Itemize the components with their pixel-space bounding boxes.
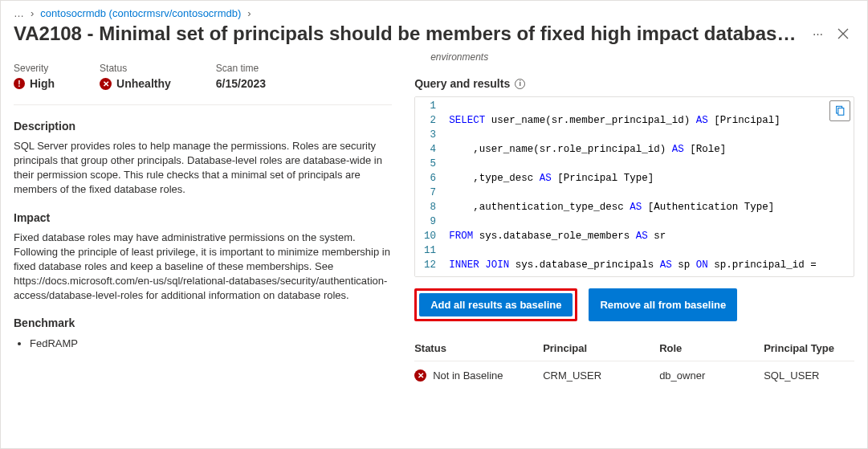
remove-all-baseline-button[interactable]: Remove all from baseline [589,288,737,321]
col-ptype-header[interactable]: Principal Type [764,342,854,354]
page-title: VA2108 - Minimal set of principals shoul… [14,22,803,45]
row-status: Not in Baseline [433,369,503,382]
table-row[interactable]: ✕ Not in Baseline CRM_USER db_owner SQL_… [414,361,854,382]
svg-rect-1 [838,108,844,116]
row-principal: CRM_USER [543,369,659,382]
query-code-block: 123 456 789 101112 SELECT user_name(sr.m… [414,96,854,277]
benchmark-list: FedRAMP [14,336,392,352]
description-heading: Description [14,120,392,133]
highlight-box: Add all results as baseline [414,288,577,321]
col-principal-header[interactable]: Principal [543,342,659,354]
query-results-heading: Query and results i [414,77,854,90]
add-all-baseline-button[interactable]: Add all results as baseline [419,293,573,316]
copy-icon [834,105,846,116]
impact-heading: Impact [14,211,392,224]
meta-row: Severity ! High Status ✕ Unhealthy Scan … [14,58,392,105]
scan-time-value: 6/15/2023 [216,77,266,90]
environments-note: environments [414,51,854,74]
status-value: Unhealthy [116,77,171,90]
severity-label: Severity [14,63,55,74]
code-content[interactable]: SELECT user_name(sr.member_principal_id)… [444,97,823,276]
col-status-header[interactable]: Status [414,342,543,354]
more-menu-button[interactable]: ⋯ [806,22,829,45]
row-ptype: SQL_USER [764,369,854,382]
unhealthy-icon: ✕ [100,78,112,90]
severity-high-icon: ! [14,78,25,89]
benchmark-item: FedRAMP [30,336,392,352]
right-panel: environments Query and results i 123 456… [408,51,867,439]
status-label: Status [100,63,171,74]
benchmark-heading: Benchmark [14,316,392,329]
chevron-right-icon: › [31,7,34,19]
results-table: Status Principal Role Principal Type ✕ N… [414,336,854,382]
scan-time-label: Scan time [216,63,266,74]
col-role-header[interactable]: Role [659,342,764,354]
code-gutter: 123 456 789 101112 [415,97,444,276]
severity-value: High [30,77,55,90]
description-text: SQL Server provides roles to help manage… [14,139,392,197]
impact-text: Fixed database roles may have administra… [14,231,392,303]
chevron-right-icon: › [247,7,251,19]
breadcrumb: … › contosocrmdb (contocrmsrv/contosocrm… [1,1,867,22]
left-panel: Severity ! High Status ✕ Unhealthy Scan … [1,51,408,439]
info-icon[interactable]: i [515,79,525,89]
close-icon [837,28,849,39]
copy-button[interactable] [829,100,850,121]
breadcrumb-ellipsis[interactable]: … [14,7,24,19]
breadcrumb-link[interactable]: contosocrmdb (contocrmsrv/contosocrmdb) [40,7,241,19]
row-role: db_owner [659,369,764,382]
close-button[interactable] [832,22,854,45]
status-bad-icon: ✕ [414,369,426,382]
